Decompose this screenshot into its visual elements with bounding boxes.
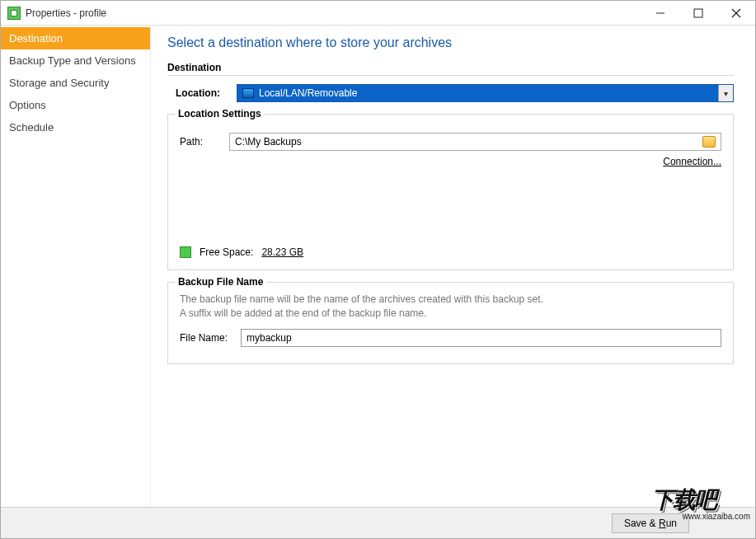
title-bar: Properties - profile xyxy=(1,1,755,26)
sidebar-item-label: Destination xyxy=(9,32,63,45)
free-space-row: Free Space: 28.23 GB xyxy=(180,246,721,258)
save-run-label: Save & Run xyxy=(624,518,677,529)
backup-file-name-legend: Backup File Name xyxy=(175,276,266,288)
chevron-down-icon[interactable]: ▾ xyxy=(718,85,733,101)
sidebar-item-label: Schedule xyxy=(9,121,54,134)
sidebar-item-label: Backup Type and Versions xyxy=(9,54,136,67)
free-space-value[interactable]: 28.23 GB xyxy=(261,246,303,258)
app-icon xyxy=(7,7,21,20)
destination-section-label: Destination xyxy=(167,62,734,73)
location-dropdown-value: Local/LAN/Removable xyxy=(237,85,718,101)
free-space-label: Free Space: xyxy=(200,246,253,258)
path-value: C:\My Backups xyxy=(235,136,302,148)
sidebar-item-label: Storage and Security xyxy=(9,77,109,89)
sidebar: Destination Backup Type and Versions Sto… xyxy=(1,26,151,507)
location-row: Location: Local/LAN/Removable ▾ xyxy=(167,84,734,102)
free-space-icon xyxy=(180,246,191,258)
file-name-input[interactable] xyxy=(241,329,721,347)
maximize-icon xyxy=(693,8,703,18)
sidebar-item-destination[interactable]: Destination xyxy=(1,27,150,49)
path-row: Path: C:\My Backups xyxy=(180,133,721,151)
close-icon xyxy=(731,8,741,18)
content-area: Destination Backup Type and Versions Sto… xyxy=(1,26,755,507)
sidebar-item-backup-type[interactable]: Backup Type and Versions xyxy=(1,49,150,72)
path-input[interactable]: C:\My Backups xyxy=(229,133,721,151)
hint-line-2: A suffix will be added at the end of the… xyxy=(180,307,721,321)
backup-file-name-group: Backup File Name The backup file name wi… xyxy=(167,282,734,364)
location-value-text: Local/LAN/Removable xyxy=(259,87,357,99)
connection-row: Connection... xyxy=(180,156,721,167)
folder-browse-icon[interactable] xyxy=(702,136,716,148)
connection-link[interactable]: Connection... xyxy=(663,156,721,167)
hint-line-1: The backup file name will be the name of… xyxy=(180,293,721,307)
page-heading: Select a destination where to store your… xyxy=(167,35,734,50)
sidebar-item-storage-security[interactable]: Storage and Security xyxy=(1,72,150,94)
location-settings-group: Location Settings Path: C:\My Backups Co… xyxy=(167,114,734,270)
maximize-button[interactable] xyxy=(679,1,717,25)
location-dropdown[interactable]: Local/LAN/Removable ▾ xyxy=(237,84,734,102)
close-button[interactable] xyxy=(717,1,755,25)
location-settings-legend: Location Settings xyxy=(175,108,265,120)
sidebar-item-schedule[interactable]: Schedule xyxy=(1,116,150,138)
location-label: Location: xyxy=(176,87,237,99)
sidebar-item-options[interactable]: Options xyxy=(1,94,150,116)
divider xyxy=(167,75,734,76)
file-name-row: File Name: xyxy=(180,329,721,347)
file-name-label: File Name: xyxy=(180,332,241,344)
minimize-button[interactable] xyxy=(641,1,679,25)
save-run-button[interactable]: Save & Run xyxy=(612,513,689,533)
path-label: Path: xyxy=(180,136,229,148)
main-panel: Select a destination where to store your… xyxy=(151,26,755,507)
window-title: Properties - profile xyxy=(26,7,106,19)
sidebar-item-label: Options xyxy=(9,99,46,111)
footer-bar: Save & Run xyxy=(1,507,755,538)
minimize-icon xyxy=(655,8,665,18)
monitor-icon xyxy=(242,88,254,98)
svg-rect-1 xyxy=(694,9,702,17)
window-controls xyxy=(641,1,755,25)
backup-file-hint: The backup file name will be the name of… xyxy=(180,293,721,321)
